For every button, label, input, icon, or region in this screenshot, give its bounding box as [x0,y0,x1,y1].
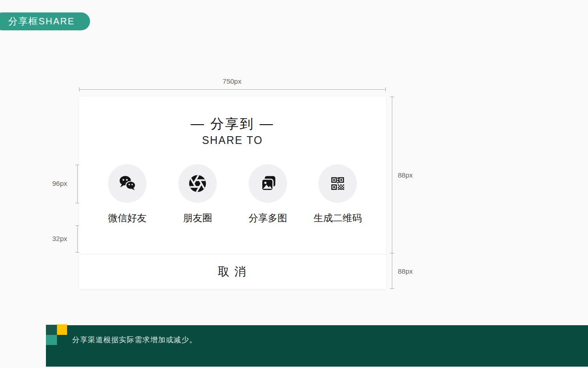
dialog-title: — 分享到 — [79,115,386,133]
measure-icon-size-line [77,165,78,203]
measure-bottom-spacing-line [77,225,78,253]
measure-tick [390,288,394,289]
measure-tick [79,87,79,92]
wechat-icon-circle [108,164,147,203]
qrcode-icon-circle [318,164,357,203]
share-option-moments[interactable]: 朋友圈 [163,164,232,224]
share-dialog: — 分享到 — SHARE TO 微信好友 [79,97,386,289]
measure-row-height-line [392,97,392,253]
dialog-subtitle: SHARE TO [79,134,386,147]
cancel-button[interactable]: 取 消 [79,254,386,289]
footer-accent-square-teal [46,335,57,345]
multi-image-icon [257,173,278,194]
footer-band [46,325,588,367]
measure-dialog-width-label: 750px [209,77,255,85]
measure-row-height-label: 88px [398,171,413,179]
share-option-qrcode[interactable]: 生成二维码 [303,164,372,224]
footer-accent-square-yellow [57,324,67,335]
share-option-multi-image[interactable]: 分享多图 [233,164,302,224]
share-option-label: 生成二维码 [314,212,362,224]
share-option-label: 朋友圈 [183,212,212,224]
measure-tick [385,87,386,92]
measure-bottom-spacing-label: 32px [49,235,71,242]
moments-icon-circle [178,164,217,203]
measure-tick [390,97,394,97]
footer-accent-square-dark [46,325,57,335]
qrcode-icon [328,173,348,194]
share-option-label: 微信好友 [108,212,147,224]
multi-image-icon-circle [249,164,287,203]
wechat-icon [117,173,138,194]
section-tag-label: 分享框SHARE [8,15,75,28]
measure-cancel-height-line [392,253,392,289]
footer-note: 分享渠道根据实际需求增加或减少。 [72,335,197,345]
measure-cancel-height-label: 88px [398,267,413,275]
share-option-label: 分享多图 [249,212,287,224]
share-option-wechat[interactable]: 微信好友 [93,164,162,224]
measure-dialog-width-line [79,89,386,90]
moments-icon [187,173,208,194]
measure-icon-size-label: 96px [49,179,71,187]
section-tag: 分享框SHARE [0,12,90,30]
